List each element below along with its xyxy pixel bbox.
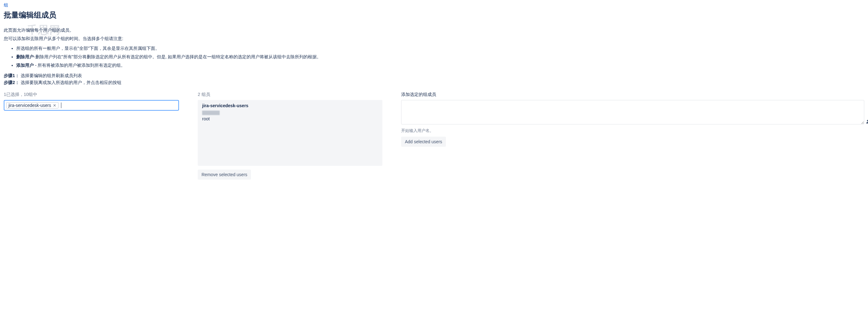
member-row[interactable] (202, 110, 378, 115)
intro-bullet-2-rest: -删除用户列在"所有"部分将删除选定的用户从所有选定的组中。但是, 如果用户选择… (34, 54, 321, 59)
add-selected-users-button[interactable]: Add selected users (401, 137, 446, 147)
intro-bullet-3-strong: 添加用户 (16, 63, 34, 68)
members-listbox[interactable]: jira-servicedesk-users root (198, 100, 382, 166)
intro-bullet-3: 添加用户 - 所有将被添加的用户被添加到所有选定的组。 (16, 62, 864, 68)
member-name-redacted (202, 111, 220, 115)
remove-selected-users-button[interactable]: Remove selected users (198, 170, 251, 180)
intro-bullet-2: 删除用户-删除用户列在"所有"部分将删除选定的用户从所有选定的组中。但是, 如果… (16, 54, 864, 60)
member-row[interactable]: root (202, 116, 378, 121)
intro-line-1: 此页面允许编辑每个用户组的成员。 (4, 27, 864, 33)
group-multiselect[interactable]: jira-servicedesk-users ✕ (4, 100, 179, 111)
selected-group-chip[interactable]: jira-servicedesk-users ✕ (6, 102, 59, 108)
selected-group-chip-label: jira-servicedesk-users (8, 103, 51, 108)
step-1-text: 选择要编辑的组并刷新成员列表 (21, 73, 82, 78)
members-column: 2 组员 jira-servicedesk-users root Remove … (198, 92, 382, 180)
breadcrumb: 组 (4, 2, 864, 8)
intro-block: 此页面允许编辑每个用户组的成员。 您可以添加和去除用户从多个组的时间。当选择多个… (4, 27, 864, 68)
intro-bullet-3-rest: - 所有将被添加的用户被添加到所有选定的组。 (34, 63, 125, 68)
intro-line-2: 您可以添加和去除用户从多个组的时间。当选择多个组请注意: (4, 35, 864, 42)
step-1: 步骤1： 选择要编辑的组并刷新成员列表 (4, 73, 864, 79)
add-members-label: 添加选定的组成员 (401, 92, 864, 98)
users-icon[interactable] (866, 119, 868, 125)
svg-point-0 (867, 120, 868, 121)
step-2: 步骤2： 选择要脱离或加入所选组的用户，并点击相应的按钮 (4, 80, 864, 86)
add-members-input[interactable] (401, 100, 864, 125)
group-selector-column: 1已选择，10组中 jira-servicedesk-users ✕ (4, 92, 179, 111)
members-group-title: jira-servicedesk-users (202, 103, 378, 108)
step-1-label: 步骤1： (4, 73, 20, 78)
intro-bullet-1: 所选组的所有一般用户，显示在"全部"下面，其余是显示在其所属组下面。 (16, 45, 864, 52)
add-members-column: 添加选定的组成员 开始输入用户名。 Add selected users (401, 92, 864, 147)
steps-block: 步骤1： 选择要编辑的组并刷新成员列表 步骤2： 选择要脱离或加入所选组的用户，… (4, 73, 864, 86)
multiselect-caret (61, 103, 61, 108)
step-2-text: 选择要脱离或加入所选组的用户，并点击相应的按钮 (21, 80, 121, 85)
breadcrumb-group-link[interactable]: 组 (4, 2, 8, 7)
remove-chip-icon[interactable]: ✕ (53, 104, 56, 108)
intro-bullet-2-strong: 删除用户 (16, 54, 34, 59)
members-summary: 2 组员 (198, 92, 382, 98)
group-selection-summary: 1已选择，10组中 (4, 92, 179, 98)
add-members-hint: 开始输入用户名。 (401, 128, 864, 134)
page-title: 批量编辑组成员 (4, 10, 864, 20)
step-2-label: 步骤2： (4, 80, 20, 85)
